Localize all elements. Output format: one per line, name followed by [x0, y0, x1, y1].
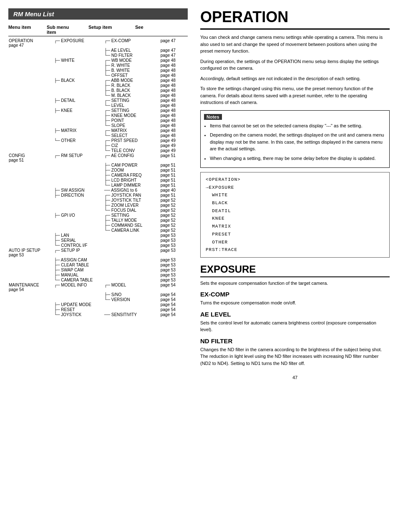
- table-row: ├─ KNEE ┌─ SETTING page 48: [8, 108, 188, 113]
- excomp-body: Turns the exposure compensation mode on/…: [200, 299, 390, 307]
- sub-item-gpi-io: ├─ GPI I/O: [54, 213, 75, 218]
- page-reset: page 54: [161, 307, 176, 312]
- table-row: ├─ WHITE ┌─ WB MODE page 48: [8, 58, 188, 63]
- page-manual: page 53: [161, 273, 176, 277]
- setup-command-sel: ├─ COMMAND SEL: [104, 223, 142, 228]
- sub-item-serial: ├─ SERIAL: [54, 238, 76, 243]
- code-line-5: DEATIL: [206, 208, 231, 213]
- table-row: ├─ B. BLACK page 48: [8, 88, 188, 93]
- sub-item-clear-table: ├─ CLEAR TABLE: [54, 263, 89, 267]
- page-number-right: 47: [200, 375, 390, 380]
- setup-prst-speed: ┌─ PRST SPEED: [104, 138, 138, 143]
- sub-item-rm-setup: ┌─ RM SETUP: [54, 153, 83, 158]
- table-row: ├─ R. BLACK page 48: [8, 83, 188, 88]
- page-gpi-setting: page 52: [161, 213, 176, 218]
- page-setup-ip: page 53: [161, 248, 176, 253]
- sub-item-lan: ├─ LAN: [54, 233, 69, 238]
- setup-lamp-dimmer: └─ LAMP DIMMER: [104, 183, 141, 187]
- setup-sensitivity: ── SENSITIVITY: [104, 312, 137, 317]
- page-tele-conv: page 49: [161, 148, 176, 153]
- page-command-sel: page 52: [161, 223, 176, 228]
- page-ae-level: page 47: [161, 48, 176, 53]
- page-point: page 48: [161, 118, 176, 123]
- sub-item-model-info: ┌─ MODEL INFO: [54, 283, 87, 287]
- operation-body: You can check and change camera menu set…: [200, 34, 390, 106]
- page-offset: page 48: [161, 73, 176, 78]
- rm-menu-header: RM Menu List: [8, 8, 188, 20]
- intro-para-1: You can check and change camera menu set…: [200, 34, 390, 55]
- sub-item-manual: ├─ MANUAL: [54, 273, 78, 277]
- page-serial: page 53: [161, 238, 176, 243]
- code-line-8: PRESET: [206, 232, 231, 237]
- page-sno: page 54: [161, 292, 176, 297]
- setup-assign1to6: ── ASSIGN1 to 6: [104, 188, 137, 193]
- main-title: OPERATION: [200, 8, 390, 30]
- page-select: page 48: [161, 133, 176, 138]
- menu-item-operation-page: page 47: [9, 43, 24, 48]
- sub-item-direction: ├─ DIRECTION: [54, 193, 84, 198]
- sub-item-update-mode: ├─ UPDATE MODE: [54, 302, 91, 307]
- setup-ciz: ├─ CIZ: [104, 143, 118, 148]
- table-row: ├─ RESET page 54: [8, 307, 188, 312]
- sub-item-detail: ├─ DETAIL: [54, 98, 75, 103]
- page-camera-link: page 52: [161, 228, 176, 233]
- page-clear-table: page 53: [161, 263, 176, 267]
- table-row: ├─ JOYSTICK TILT page 52: [8, 198, 188, 203]
- table-row: └─ TELE CONV page 49: [8, 148, 188, 153]
- page-tally-mode: page 52: [161, 218, 176, 223]
- page-lamp-dimmer: page 51: [161, 183, 176, 187]
- notes-list: Items that cannot be set on the selected…: [204, 122, 386, 162]
- table-row: └─ ND FILTER page 47: [8, 53, 188, 58]
- page-ex-comp: page 47: [161, 38, 176, 43]
- page-detail-setting: page 48: [161, 98, 176, 103]
- setup-slope: └─ SLOPE: [104, 123, 125, 128]
- menu-item-maintenance-page: page 54: [9, 287, 24, 292]
- table-row: ├─ CAMERA FREQ page 51: [8, 172, 188, 177]
- setup-joystick-pan: ┌─ JOYSTICK PAN: [104, 193, 141, 198]
- menu-item-config: CONFIG: [9, 153, 25, 158]
- table-row: └─ M. BLACK page 48: [8, 93, 188, 98]
- setup-sno: ├─ S/NO: [104, 292, 121, 297]
- col-header-sub: Sub menu item: [47, 25, 88, 35]
- table-row: ├─ UPDATE MODE page 54: [8, 302, 188, 307]
- table-row: └─ CAMERA TABLE page 53: [8, 277, 188, 282]
- nd-filter-body: Changes the ND filter in the camera acco…: [200, 346, 390, 367]
- setup-matrix: ┌─ MATRIX: [104, 128, 127, 133]
- sub-item-white: ├─ WHITE: [54, 58, 74, 63]
- intro-para-4: To store the settings changed using this…: [200, 85, 390, 106]
- setup-ae-level: ├─ AE LEVEL: [104, 48, 131, 53]
- code-line-1: <OPERATION>: [206, 177, 241, 182]
- page-nd-filter: page 47: [161, 53, 176, 58]
- table-row: ├─ R. WHITE page 48: [8, 63, 188, 68]
- table-header: Menu item Sub menu item Setup item See: [8, 25, 188, 36]
- setup-zoom-lever: ├─ ZOOM LEVER: [104, 203, 139, 208]
- page-zoom-lever: page 52: [161, 203, 176, 208]
- setup-detail-setting: ┌─ SETTING: [104, 98, 129, 103]
- page-r-white: page 48: [161, 63, 176, 68]
- setup-knee-mode: ├─ KNEE MODE: [104, 113, 136, 118]
- page-camera-table: page 53: [161, 278, 176, 282]
- sub-item-other: └─ OTHER: [54, 138, 76, 143]
- table-row: ├─ MANUAL page 53: [8, 272, 188, 277]
- table-row: └─ LEVEL page 48: [8, 103, 188, 108]
- setup-abb-mode: ┌─ ABB MODE: [104, 78, 133, 83]
- menu-item-auto-ip-page: page 53: [9, 253, 24, 257]
- col-header-menu: Menu item: [8, 25, 47, 35]
- col-header-setup: Setup item: [88, 25, 135, 35]
- sub-item-reset: ├─ RESET: [54, 307, 75, 312]
- table-row: └─ JOYSTICK ── SENSITIVITY page 54: [8, 312, 188, 317]
- table-row: └─ SLOPE page 48: [8, 123, 188, 128]
- exposure-body: Sets the exposure compensation function …: [200, 280, 390, 287]
- ae-level-body: Sets the control level for automatic cam…: [200, 319, 390, 333]
- menu-item-maintenance: MAINTENANCE: [9, 283, 39, 287]
- sub-item-black: ├─ BLACK: [54, 78, 75, 83]
- table-row: CONFIG page 51 ┌─ RM SETUP ┌─ AE CONFIG …: [8, 153, 188, 162]
- table-row: └─ LAMP DIMMER page 51: [8, 182, 188, 187]
- exposure-title: EXPOSURE: [200, 263, 390, 277]
- note-item-2: Depending on the camera model, the setti…: [210, 132, 386, 152]
- table-row: ├─ DIRECTION ┌─ JOYSTICK PAN page 51: [8, 193, 188, 198]
- table-row: └─ FOCUS DIAL page 52: [8, 208, 188, 213]
- table-row: ├─ LAN page 53: [8, 233, 188, 238]
- note-item-3: When changing a setting, there may be so…: [210, 155, 386, 162]
- table-row: └─ VERSION page 54: [8, 297, 188, 302]
